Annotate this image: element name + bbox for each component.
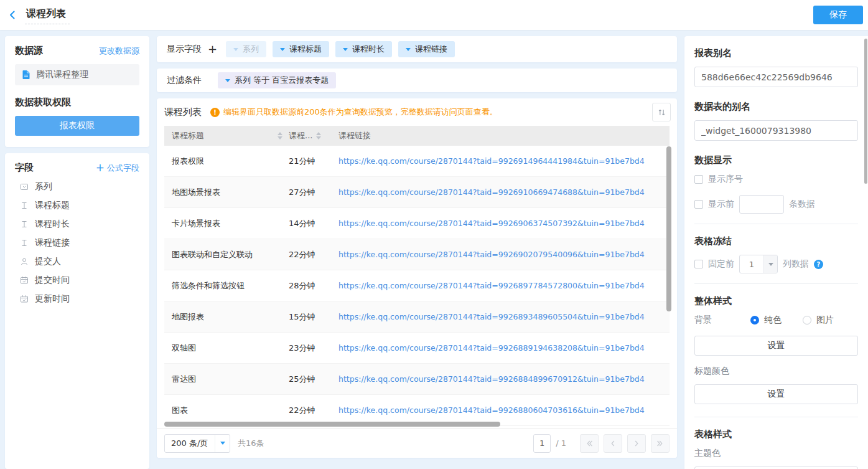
report-alias-input[interactable] [694,67,858,87]
cell-course-duration: 21分钟 [289,156,332,167]
datasource-card: 数据源 更改数据源 腾讯课程整理 数据获取权限 报表权限 [5,36,149,147]
field-item[interactable]: 提交人 [15,252,139,271]
course-link[interactable]: https://ke.qq.com/course/2870144?taid=99… [338,281,645,290]
field-item[interactable]: 课程时长 [15,215,139,234]
image-radio[interactable] [803,316,811,325]
table-alias-input[interactable] [694,120,858,141]
display-field-chip[interactable]: 课程时长 [335,41,392,57]
cell-course-link: https://ke.qq.com/course/2870144?taid=99… [332,219,670,228]
cell-course-title: 图表联动和自定义联动 [164,249,289,260]
show-first-label: 显示前 [708,199,734,210]
title-color-label: 标题颜色 [694,366,858,377]
course-link[interactable]: https://ke.qq.com/course/2870144?taid=99… [338,312,645,321]
cell-course-title: 双轴图 [164,343,289,354]
last-page-button[interactable] [651,434,670,453]
chevron-down-icon [343,48,348,51]
table-card-header: 课程列表 ! 编辑界面只取数据源前200条作为查询数据预览，完整数据请访问页面查… [157,98,677,126]
datasource-name: 腾讯课程整理 [36,69,88,80]
add-formula-field-button[interactable]: + 公式字段 [96,163,139,174]
display-field-chip[interactable]: 系列 [226,41,266,57]
warning-icon: ! [210,108,220,117]
cell-course-duration: 22分钟 [289,405,332,416]
panel-scrollbar-thumb[interactable] [864,39,867,184]
field-item[interactable]: 课程标题 [15,196,139,215]
show-index-checkbox[interactable] [694,175,703,184]
cell-course-link: https://ke.qq.com/course/2870144?taid=99… [332,405,670,415]
double-chevron-right-icon [656,440,664,447]
field-item[interactable]: 系列 [15,178,139,196]
background-label: 背景 [694,315,750,326]
solid-color-radio[interactable] [750,316,759,325]
show-index-label: 显示序号 [708,174,743,185]
next-page-button[interactable] [627,434,646,453]
chip-label: 系列 [243,44,259,55]
course-link[interactable]: https://ke.qq.com/course/2870144?taid=99… [338,405,645,415]
table-row: 地图报表 15分钟 https://ke.qq.com/course/28701… [164,301,670,333]
cell-course-duration: 15分钟 [289,311,332,323]
help-icon[interactable]: ? [814,260,823,269]
freeze-prefix-label: 固定前 [708,258,734,270]
sort-arrows-icon[interactable] [278,132,282,140]
page-size-select[interactable]: 200 条/页 [164,434,230,453]
current-page-input[interactable]: 1 [533,434,551,453]
total-count: 共16条 [238,438,264,449]
field-item[interactable]: 提交时间 [15,271,139,290]
chip-label: 课程链接 [415,44,447,55]
chevron-down-icon [220,442,225,445]
table-alias-label: 数据表的别名 [694,101,858,113]
chip-label: 课程标题 [289,44,322,55]
display-field-chip[interactable]: 课程标题 [273,41,329,57]
course-link[interactable]: https://ke.qq.com/course/2870144?taid=99… [338,156,645,166]
cell-course-link: https://ke.qq.com/course/2870144?taid=99… [332,250,670,259]
table-vertical-scrollbar-thumb[interactable] [666,146,671,311]
sort-arrows-icon[interactable] [316,132,321,140]
display-field-chip[interactable]: 课程链接 [398,41,455,57]
cell-course-title: 地图场景报表 [164,187,289,198]
title-color-set-button[interactable]: 设置 [694,384,858,404]
report-permission-button[interactable]: 报表权限 [15,116,139,136]
horizontal-scrollbar-thumb[interactable] [164,422,500,427]
first-page-button[interactable] [580,434,599,453]
column-header-course-title[interactable]: 课程标题 [164,130,289,141]
freeze-checkbox[interactable] [694,260,703,268]
course-link[interactable]: https://ke.qq.com/course/2870144?taid=99… [338,219,645,228]
freeze-count-select[interactable]: 1 [739,255,778,273]
row-limit-input[interactable] [739,195,784,214]
background-set-button[interactable]: 设置 [694,336,858,356]
fields-title: 字段 [15,162,34,174]
chevron-down-icon [225,79,230,82]
column-header-course-duration[interactable]: 课程... [289,130,332,141]
change-datasource-link[interactable]: 更改数据源 [99,45,139,57]
field-item[interactable]: 课程链接 [15,234,139,252]
table-header-row: 课程标题 课程... 课程链接 [164,126,670,146]
table-row: 双轴图 23分钟 https://ke.qq.com/course/287014… [164,333,670,364]
cell-course-duration: 27分钟 [289,187,332,198]
solid-color-label: 纯色 [764,315,782,326]
page-title[interactable]: 课程列表 [25,6,70,24]
filter-label: 过滤条件 [167,75,202,86]
course-link[interactable]: https://ke.qq.com/course/2870144?taid=99… [338,374,645,384]
datasource-item[interactable]: 腾讯课程整理 [15,64,139,85]
field-item[interactable]: 更新时间 [15,290,139,308]
course-link[interactable]: https://ke.qq.com/course/2870144?taid=99… [338,343,645,353]
warning-text: 编辑界面只取数据源前200条作为查询数据预览，完整数据请访问页面查看。 [223,107,498,118]
overall-style-title: 整体样式 [694,295,858,307]
add-display-field-button[interactable]: + [208,44,217,55]
divider [694,283,858,284]
back-button[interactable] [0,0,25,30]
save-button[interactable]: 保存 [813,6,863,24]
theme-color-set-button[interactable]: 设置 [694,467,858,469]
cell-course-link: https://ke.qq.com/course/2870144?taid=99… [332,281,670,290]
show-first-checkbox[interactable] [694,200,703,209]
prev-page-button[interactable] [604,434,622,453]
table-sort-button[interactable] [652,103,671,121]
course-link[interactable]: https://ke.qq.com/course/2870144?taid=99… [338,187,645,197]
display-fields-bar: 显示字段 + 系列 课程标题 课程时长 课程链接 [157,36,677,62]
course-link[interactable]: https://ke.qq.com/course/2870144?taid=99… [338,250,645,259]
pagination-bar: 200 条/页 共16条 1 / 1 [157,428,677,458]
table-body: 报表权限 21分钟 https://ke.qq.com/course/28701… [164,146,670,426]
field-label: 提交时间 [35,275,70,286]
cell-course-link: https://ke.qq.com/course/2870144?taid=99… [332,312,670,321]
chip-label: 课程时长 [352,44,385,55]
filter-condition-chip[interactable]: 系列 等于 百宝云报表专题 [218,72,336,88]
